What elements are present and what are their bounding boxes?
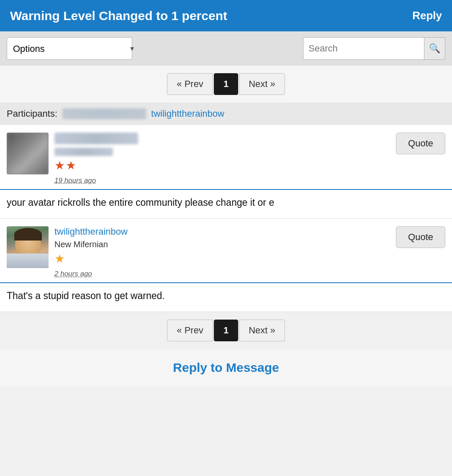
prev-page-button-top[interactable]: « Prev bbox=[167, 73, 213, 95]
post-2-avatar bbox=[7, 226, 49, 268]
post-2-username-link[interactable]: twilighttherainbow bbox=[54, 226, 128, 237]
current-page-button-bottom[interactable]: 1 bbox=[214, 320, 238, 341]
page-header: Warning Level Changed to 1 percent Reply bbox=[0, 0, 452, 31]
rickroll-hair bbox=[14, 228, 42, 241]
page-title: Warning Level Changed to 1 percent bbox=[10, 9, 227, 23]
star-gold-icon: ★ bbox=[54, 252, 65, 266]
star-icon-1: ★ bbox=[54, 159, 65, 172]
post-2-stars: ★ bbox=[54, 252, 128, 266]
reply-to-message-button[interactable]: Reply to Message bbox=[173, 361, 279, 375]
rickroll-shirt bbox=[7, 253, 49, 268]
participants-label: Participants: bbox=[7, 108, 57, 119]
post-2-content: That's a stupid reason to get warned. bbox=[0, 289, 452, 312]
post-2-divider bbox=[0, 282, 452, 283]
post-1-timestamp: 19 hours ago bbox=[54, 177, 138, 185]
post-2-quote-button[interactable]: Quote bbox=[396, 226, 445, 248]
reply-button[interactable]: Reply bbox=[412, 9, 442, 22]
post-2-user-info: twilighttherainbow New Mifernian ★ 2 hou… bbox=[7, 226, 128, 278]
options-select[interactable]: Options bbox=[7, 37, 132, 60]
next-page-button-top[interactable]: Next » bbox=[239, 73, 285, 95]
post-2-timestamp: 2 hours ago bbox=[54, 270, 128, 278]
post-1: ★ ★ 19 hours ago Quote your avatar rickr… bbox=[0, 125, 452, 219]
current-page-button-top[interactable]: 1 bbox=[214, 73, 238, 95]
post-2-header: twilighttherainbow New Mifernian ★ 2 hou… bbox=[0, 219, 452, 282]
participant-blurred-avatar bbox=[62, 108, 146, 119]
post-2: twilighttherainbow New Mifernian ★ 2 hou… bbox=[0, 219, 452, 312]
options-wrapper: Options ▾ bbox=[7, 37, 141, 60]
post-1-user-info: ★ ★ 19 hours ago bbox=[7, 133, 138, 185]
post-2-user-title: New Mifernian bbox=[54, 240, 128, 249]
next-page-button-bottom[interactable]: Next » bbox=[239, 320, 285, 341]
post-1-header: ★ ★ 19 hours ago Quote bbox=[0, 125, 452, 189]
post-1-subtitle-blurred bbox=[54, 148, 113, 156]
post-2-username-area: twilighttherainbow New Mifernian ★ 2 hou… bbox=[54, 226, 128, 278]
rickroll-avatar-bg bbox=[7, 226, 49, 268]
post-1-divider bbox=[0, 189, 452, 190]
toolbar: Options ▾ 🔍 bbox=[0, 31, 452, 66]
participants-bar: Participants: twilighttherainbow bbox=[0, 102, 452, 125]
post-1-stars: ★ ★ bbox=[54, 159, 138, 172]
star-icon-2: ★ bbox=[66, 159, 76, 172]
search-button[interactable]: 🔍 bbox=[424, 37, 445, 60]
search-icon: 🔍 bbox=[429, 43, 440, 54]
search-input[interactable] bbox=[303, 37, 424, 60]
participant-username[interactable]: twilighttherainbow bbox=[151, 108, 224, 119]
search-wrapper: 🔍 bbox=[303, 37, 445, 60]
pagination-top: « Prev 1 Next » bbox=[0, 66, 452, 102]
post-1-username-area: ★ ★ 19 hours ago bbox=[54, 133, 138, 185]
post-1-quote-button[interactable]: Quote bbox=[396, 133, 445, 154]
post-1-content: your avatar rickrolls the entire communi… bbox=[0, 196, 452, 218]
prev-page-button-bottom[interactable]: « Prev bbox=[167, 320, 213, 341]
post-1-username-blurred bbox=[54, 133, 138, 144]
pagination-bottom: « Prev 1 Next » bbox=[0, 312, 452, 349]
post-1-avatar-image bbox=[7, 133, 49, 174]
reply-section: Reply to Message bbox=[0, 349, 452, 386]
post-1-avatar bbox=[7, 133, 49, 174]
